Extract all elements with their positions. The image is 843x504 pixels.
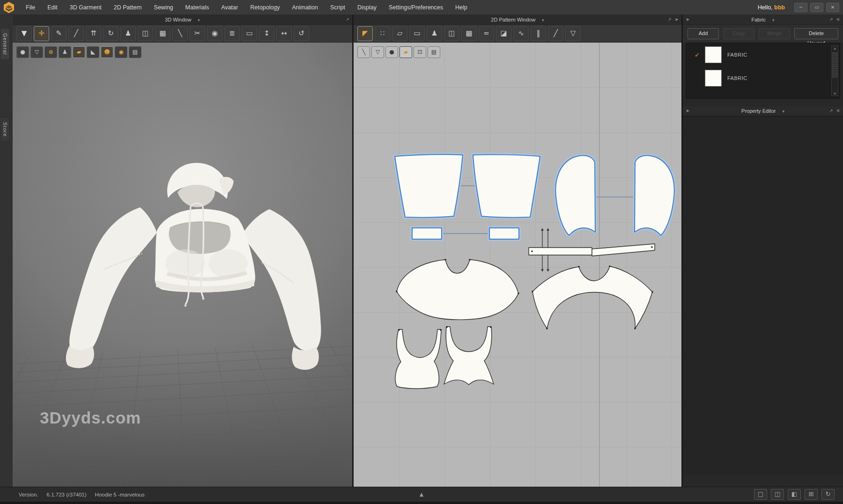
chevron-down-icon[interactable]: ▾: [198, 18, 200, 22]
show-pattern-icon[interactable]: ◣: [87, 46, 99, 58]
needle-tool-icon[interactable]: ╲: [357, 46, 370, 58]
expand-timeline-button[interactable]: ▲: [420, 491, 423, 497]
popout-icon[interactable]: ↗: [346, 15, 349, 24]
fabric-swatch[interactable]: [705, 46, 722, 63]
dock-pin-icon[interactable]: ➤: [675, 15, 679, 24]
scrollbar-thumb[interactable]: [832, 52, 837, 78]
pin-pattern-icon[interactable]: ▽: [371, 46, 384, 58]
menu-avatar[interactable]: Avatar: [215, 0, 244, 15]
menu-materials[interactable]: Materials: [179, 0, 215, 15]
3d-window-title[interactable]: 3D Window▾: [13, 17, 352, 22]
fabric-swatch[interactable]: [705, 70, 722, 87]
menu-retopology[interactable]: Retopology: [244, 0, 286, 15]
avatar-tool-icon[interactable]: ♟: [120, 26, 136, 41]
flatten-tool-icon[interactable]: ▭: [242, 26, 257, 41]
layout-single-icon[interactable]: □: [754, 489, 767, 500]
polygon-tool-icon[interactable]: ▱: [392, 26, 407, 41]
menu-sewing[interactable]: Sewing: [148, 0, 179, 15]
zipper-tool-icon[interactable]: ≣: [224, 26, 240, 41]
scissors-tool-icon[interactable]: ✂: [190, 26, 205, 41]
walk-tool-icon[interactable]: ↺: [294, 26, 309, 41]
shirt-cursor-icon[interactable]: ◪: [496, 26, 511, 41]
dock-pin-icon[interactable]: ➤: [686, 106, 689, 116]
show-avatar-head-icon[interactable]: ☻: [101, 46, 113, 58]
smooth-tool-icon[interactable]: ↔: [276, 26, 292, 41]
layout-three-pane-icon[interactable]: ◧: [788, 489, 801, 500]
sewing-2d-icon[interactable]: ◫: [444, 26, 459, 41]
copy-fabric-button: Copy: [723, 28, 754, 39]
transform-pattern-icon[interactable]: ◤: [357, 26, 373, 41]
rectangle-tool-icon[interactable]: ▭: [409, 26, 425, 41]
tack-tool-icon[interactable]: ↕: [259, 26, 274, 41]
fabric-scrollbar[interactable]: ▲ ▼: [831, 45, 838, 96]
pen-tool-icon[interactable]: ╱: [548, 26, 563, 41]
close-button[interactable]: ✕: [826, 3, 839, 12]
scroll-up-icon[interactable]: ▲: [832, 46, 838, 50]
show-gizmo-icon[interactable]: ⊛: [44, 46, 57, 58]
reset-arrangement-icon[interactable]: ↻: [103, 26, 118, 41]
arrangement-icon[interactable]: ⇈: [86, 26, 101, 41]
menu-3d-garment[interactable]: 3D Garment: [64, 0, 108, 15]
2d-pattern-viewport[interactable]: ╲ ▽ ● ▰ ⊡ ▤: [354, 43, 681, 487]
popout-icon[interactable]: ↗: [829, 106, 833, 116]
show-fabric-2d-icon[interactable]: ▰: [399, 46, 412, 58]
show-avatar-icon[interactable]: ♟: [59, 46, 71, 58]
texture-shirt-icon[interactable]: ▽: [565, 26, 581, 41]
simulate-icon[interactable]: ▼: [16, 26, 32, 41]
show-3d-garment-icon[interactable]: ●: [16, 46, 29, 58]
grid-2d-icon[interactable]: ▦: [461, 26, 477, 41]
menu-help[interactable]: Help: [449, 0, 473, 15]
sewing-tool-icon[interactable]: ◫: [138, 26, 153, 41]
grid-tool-icon[interactable]: ▦: [155, 26, 170, 41]
pin-tool-icon[interactable]: ╱: [68, 26, 84, 41]
layout-four-pane-icon[interactable]: ⊞: [805, 489, 818, 500]
lock-pattern-icon[interactable]: ⊡: [414, 46, 426, 58]
add-fabric-button[interactable]: Add: [688, 28, 719, 39]
fabric-list-item[interactable]: FABRIC: [686, 66, 840, 90]
3d-viewport[interactable]: ● ▽ ⊛ ♟ ▰ ◣ ☻ ◉ ▤: [13, 43, 352, 487]
menu-display[interactable]: Display: [351, 0, 383, 15]
chevron-down-icon[interactable]: ▾: [542, 18, 544, 22]
show-garment-icon[interactable]: ▽: [30, 46, 43, 58]
popout-icon[interactable]: ↗: [829, 15, 833, 24]
pattern-cuff-right: [489, 228, 519, 239]
render-2d-icon[interactable]: ▤: [428, 46, 440, 58]
sidebar-tab-general[interactable]: General: [1, 28, 10, 60]
avatar-pattern-icon[interactable]: ♟: [427, 26, 442, 41]
fabric-list-item[interactable]: ✓ FABRIC: [686, 43, 840, 66]
show-fabric-icon[interactable]: ▰: [73, 46, 85, 58]
menu-edit[interactable]: Edit: [41, 0, 64, 15]
menu-settings-preferences[interactable]: Settings/Preferences: [383, 0, 449, 15]
steam-tool-icon[interactable]: ◉: [207, 26, 222, 41]
sidebar-tab-store[interactable]: Store: [1, 117, 10, 142]
close-icon[interactable]: ✕: [836, 15, 840, 24]
measure-tool-icon[interactable]: ╲: [172, 26, 188, 41]
minimize-button[interactable]: ─: [794, 3, 807, 12]
2d-window-title[interactable]: 2D Pattern Window▾: [354, 17, 681, 22]
delete-unused-button[interactable]: Delete Unused: [794, 28, 838, 39]
popout-icon[interactable]: ↗: [667, 15, 671, 24]
chevron-down-icon[interactable]: ▾: [782, 109, 784, 114]
menu-animation[interactable]: Animation: [286, 0, 324, 15]
edit-pattern-icon[interactable]: ∷: [375, 26, 390, 41]
menu-script[interactable]: Script: [324, 0, 351, 15]
show-button-icon[interactable]: ◉: [115, 46, 127, 58]
property-editor-title[interactable]: Property Editor▾: [683, 108, 843, 114]
select-move-icon[interactable]: ✛: [34, 26, 49, 41]
close-icon[interactable]: ✕: [836, 106, 840, 116]
layout-reset-icon[interactable]: ↻: [821, 489, 835, 500]
flatten-2d-icon[interactable]: ≂: [479, 26, 494, 41]
scroll-down-icon[interactable]: ▼: [832, 91, 838, 95]
show-info-icon[interactable]: ●: [385, 46, 398, 58]
menu-2d-pattern[interactable]: 2D Pattern: [108, 0, 148, 15]
fabric-panel-title[interactable]: Fabric▾: [683, 17, 843, 22]
dock-pin-icon[interactable]: ➤: [686, 15, 689, 24]
select-brush-icon[interactable]: ✎: [51, 26, 67, 41]
restore-button[interactable]: ▭: [810, 3, 823, 12]
render-3d-icon[interactable]: ▤: [129, 46, 141, 58]
notch-tool-icon[interactable]: ∿: [513, 26, 529, 41]
chevron-down-icon[interactable]: ▾: [772, 18, 775, 22]
layout-two-pane-icon[interactable]: ◫: [771, 489, 784, 500]
menu-file[interactable]: File: [20, 0, 41, 15]
pleats-tool-icon[interactable]: ‖: [531, 26, 546, 41]
